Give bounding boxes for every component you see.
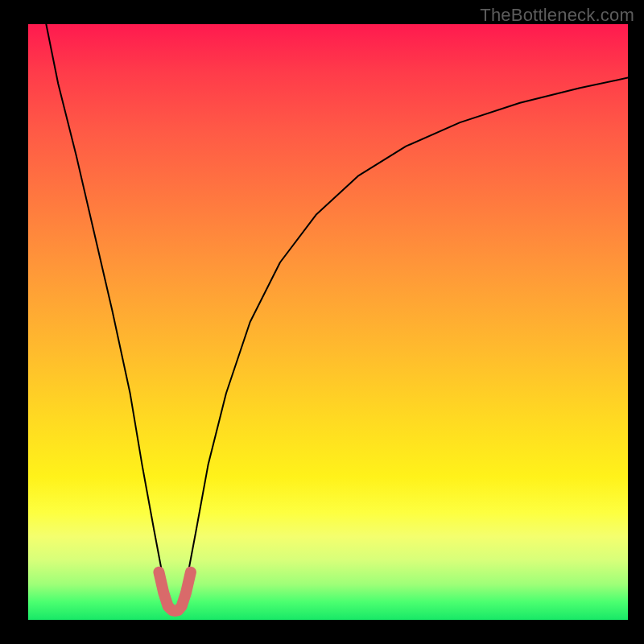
plot-area <box>28 24 628 620</box>
chart-frame: TheBottleneck.com <box>0 0 644 644</box>
bottleneck-curve <box>46 24 628 611</box>
minimum-highlight <box>159 572 190 611</box>
watermark-text: TheBottleneck.com <box>480 5 634 26</box>
chart-svg <box>28 24 628 620</box>
